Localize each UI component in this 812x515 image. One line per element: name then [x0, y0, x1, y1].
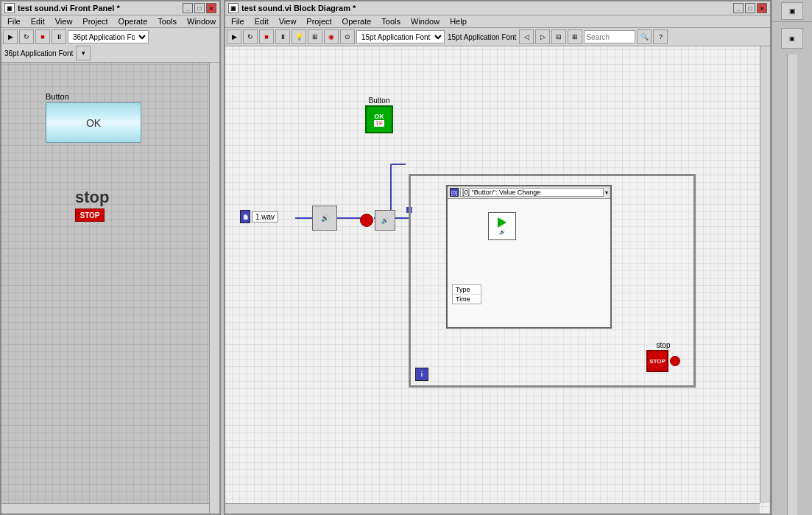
block-diagram-title-icon: ▣ — [228, 3, 239, 13]
bd-menu-help[interactable]: Help — [445, 16, 471, 27]
bd-reorder-icon[interactable]: ⊟ — [551, 29, 566, 44]
block-diagram-toolbar: ▶ ↻ ■ ⏸ 💡 ⊞ ◉ ⊙ 15pt Application Font 15… — [225, 28, 770, 46]
button-node-icon[interactable]: OK TF — [365, 105, 393, 133]
bd-zoom-in-icon[interactable]: ▷ — [535, 29, 550, 44]
chevron-down-icon[interactable]: ▾ — [76, 46, 91, 60]
file-path-node[interactable]: 📄 1.wav — [240, 210, 278, 223]
bd-scrollbar-bottom[interactable] — [225, 503, 760, 514]
stop-control-label: stop — [75, 188, 109, 207]
bd-menu-window[interactable]: Window — [406, 16, 444, 27]
type-label-box: Type Time — [452, 284, 481, 304]
bd-menu-edit[interactable]: Edit — [250, 16, 273, 27]
front-panel-scrollbar-bottom[interactable] — [1, 503, 209, 514]
bd-pause-button[interactable]: ⏸ — [275, 29, 290, 44]
button-tf-text: TF — [374, 120, 384, 127]
bd-scrollbar-right[interactable] — [760, 46, 770, 503]
search-icon[interactable]: 🔍 — [637, 29, 652, 44]
run-button[interactable]: ▶ — [3, 29, 18, 44]
menu-project[interactable]: Project — [78, 16, 112, 27]
button-node-label: Button — [369, 97, 390, 105]
minimize-button[interactable]: _ — [183, 3, 193, 13]
bd-run-cont-button[interactable]: ↻ — [243, 29, 258, 44]
event-index-icon: [0] — [450, 188, 459, 197]
time-label: Time — [453, 295, 481, 304]
maximize-button[interactable]: □ — [194, 3, 205, 13]
block-diagram-window: ▣ test sound.vi Block Diagram * _ □ × Fi… — [224, 0, 772, 515]
menu-tools[interactable]: Tools — [153, 16, 181, 27]
bd-font-label: 15pt Application Font — [446, 33, 518, 41]
stop-node-icon[interactable]: STOP — [646, 350, 668, 372]
right-sidebar: ▣ ▣ — [772, 0, 812, 515]
bd-menu-tools[interactable]: Tools — [377, 16, 405, 27]
bd-menu-project[interactable]: Project — [302, 16, 336, 27]
type-label: Type — [453, 285, 481, 295]
bd-menu-view[interactable]: View — [275, 16, 301, 27]
run-cont-button[interactable]: ↻ — [19, 29, 34, 44]
file-icon-inner: 📄 — [243, 214, 248, 220]
rs-scrollbar[interactable] — [787, 55, 797, 515]
front-panel-toolbar: ▶ ↻ ■ ⏸ 36pt Application Font 36pt Appli… — [1, 28, 219, 63]
play-sound-sub-label: 🔊 — [499, 229, 506, 235]
event-dropdown-icon[interactable]: ▾ — [605, 189, 608, 196]
menu-edit[interactable]: Edit — [27, 16, 49, 27]
front-panel-scrollbar-right[interactable] — [209, 63, 219, 514]
block-diagram-win-controls: _ □ × — [733, 3, 767, 13]
front-panel-win-controls: _ □ × — [183, 3, 216, 13]
button-control-label: Button — [46, 92, 141, 101]
file-path-text[interactable]: 1.wav — [252, 211, 278, 223]
button-control-group: Button OK — [46, 92, 141, 143]
sound-open-node[interactable]: 🔊 — [312, 206, 337, 231]
bd-menu-file[interactable]: File — [227, 16, 249, 27]
front-panel-title: test sound.vi Front Panel * — [18, 4, 120, 13]
stop-node-text: STOP — [649, 358, 666, 365]
bd-run-button[interactable]: ▶ — [227, 29, 241, 44]
bd-bulb-icon[interactable]: 💡 — [292, 29, 306, 44]
bd-font-selector[interactable]: 15pt Application Font — [356, 30, 445, 43]
bd-probe-icon[interactable]: ⊙ — [340, 29, 355, 44]
bd-maximize-button[interactable]: □ — [745, 3, 755, 13]
search-input[interactable] — [584, 30, 635, 43]
rs-icon-1[interactable]: ▣ — [781, 28, 803, 49]
bd-clean-icon[interactable]: ⊞ — [308, 29, 322, 44]
bd-arrange-icon[interactable]: ⊞ — [568, 29, 582, 44]
menu-view[interactable]: View — [51, 16, 77, 27]
sound-stop-node[interactable]: 🔊 — [375, 210, 395, 231]
bd-close-button[interactable]: × — [757, 3, 767, 13]
stop-dot-icon — [670, 356, 680, 366]
file-path-icon: 📄 — [240, 210, 250, 223]
pause-button[interactable]: ⏸ — [52, 29, 66, 44]
block-diagram-titlebar: ▣ test sound.vi Block Diagram * _ □ × — [225, 1, 770, 15]
bd-menu-operate[interactable]: Operate — [338, 16, 376, 27]
rs-body: ▣ — [772, 22, 812, 515]
front-panel-titlebar: ▣ test sound.vi Front Panel * _ □ × — [1, 1, 219, 15]
event-selector[interactable]: [0] "Button": Value Change — [460, 188, 604, 197]
menu-operate[interactable]: Operate — [114, 16, 152, 27]
bd-zoom-out-icon[interactable]: ◁ — [519, 29, 534, 44]
bd-breakpoint-icon[interactable]: ◉ — [324, 29, 339, 44]
button-node[interactable]: Button OK TF — [365, 97, 393, 133]
menu-window[interactable]: Window — [183, 16, 220, 27]
stop-button[interactable]: STOP — [75, 209, 105, 222]
close-button[interactable]: × — [206, 3, 216, 13]
rs-vi-icon[interactable]: ▣ — [781, 2, 803, 20]
stop-indicator-node[interactable]: 🔊 — [360, 210, 395, 231]
play-sound-node[interactable]: 🔊 — [488, 212, 516, 240]
block-diagram-menubar: File Edit View Project Operate Tools Win… — [225, 15, 770, 28]
help-icon[interactable]: ? — [653, 29, 668, 44]
play-triangle-icon — [498, 217, 506, 228]
front-panel-canvas: Button OK stop STOP — [1, 63, 219, 514]
bd-minimize-button[interactable]: _ — [733, 3, 744, 13]
font-selector[interactable]: 36pt Application Font — [68, 30, 149, 43]
front-panel-title-icon: ▣ — [4, 3, 15, 13]
stop-button-text: STOP — [80, 211, 99, 220]
ok-button-text: OK — [86, 117, 101, 129]
bd-abort-button[interactable]: ■ — [259, 29, 274, 44]
block-diagram-canvas: Button OK TF 📄 1.wav 🔊 🔊 — [225, 46, 770, 514]
event-structure: [0] [0] "Button": Value Change ▾ 🔊 Type … — [446, 185, 612, 329]
abort-button[interactable]: ■ — [35, 29, 50, 44]
loop-counter: i — [415, 368, 428, 381]
red-dot-icon — [360, 214, 373, 227]
sound-open-icon: 🔊 — [321, 214, 329, 222]
menu-file[interactable]: File — [3, 16, 25, 27]
ok-button[interactable]: OK — [46, 102, 141, 143]
